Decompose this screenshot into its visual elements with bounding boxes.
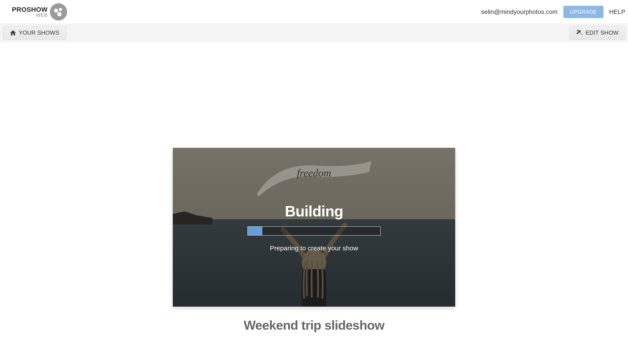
svg-point-0 [54,9,58,12]
user-email[interactable]: selin@mindyourphotos.com [481,8,558,15]
help-link[interactable]: HELP [609,8,625,15]
your-shows-button[interactable]: YOUR SHOWS [3,26,66,40]
upgrade-button[interactable]: UPGRADE [563,6,604,18]
show-preview: freedom Building Preparing to create you… [173,148,455,307]
header-right: selin@mindyourphotos.com UPGRADE HELP [481,6,625,18]
svg-point-1 [59,8,62,11]
your-shows-label: YOUR SHOWS [19,29,59,36]
logo-icon [50,3,67,20]
progress-bar [247,226,381,236]
show-title: Weekend trip slideshow [244,318,384,332]
toolbar: YOUR SHOWS EDIT SHOW [0,24,628,42]
logo-main-text: PROSHOW [12,6,48,13]
progress-fill [248,227,262,235]
status-message: Preparing to create your show [270,244,358,252]
main-content: freedom Building Preparing to create you… [0,42,628,332]
building-status: Building Preparing to create your show [173,148,455,307]
edit-show-button[interactable]: EDIT SHOW [569,26,625,40]
logo[interactable]: PROSHOW WEB [12,3,67,20]
svg-point-2 [57,12,62,16]
edit-show-label: EDIT SHOW [585,29,619,36]
logo-sub-text: WEB [12,13,48,18]
logo-text: PROSHOW WEB [12,6,48,18]
tools-icon [576,29,583,36]
home-icon [9,29,16,36]
app-header: PROSHOW WEB selin@mindyourphotos.com UPG… [0,0,628,24]
building-title: Building [285,203,343,220]
